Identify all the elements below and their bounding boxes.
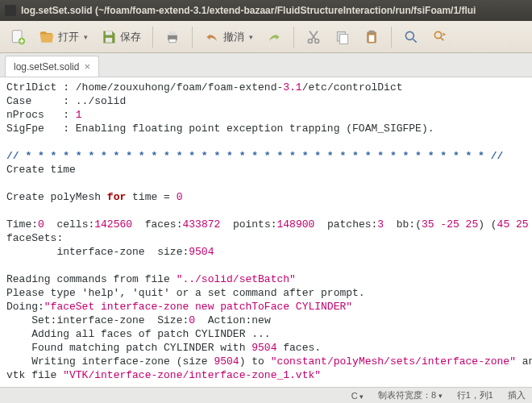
open-button[interactable]: 打开 ▾ bbox=[34, 26, 93, 48]
chevron-down-icon: ▾ bbox=[84, 33, 88, 41]
paste-button[interactable] bbox=[359, 26, 384, 48]
main-toolbar: 打开 ▾ 保存 撤消 ▾ bbox=[0, 21, 532, 53]
copy-button[interactable] bbox=[330, 26, 355, 48]
svg-rect-2 bbox=[106, 31, 112, 35]
svg-point-15 bbox=[434, 31, 441, 38]
toolbar-separator bbox=[391, 27, 392, 48]
save-label: 保存 bbox=[120, 30, 141, 44]
tabwidth-selector[interactable]: 制表符宽度：8 bbox=[378, 389, 443, 401]
paste-icon bbox=[364, 29, 380, 45]
cut-icon bbox=[305, 29, 322, 45]
undo-label: 撤消 bbox=[223, 30, 244, 44]
insert-mode[interactable]: 插入 bbox=[508, 389, 526, 401]
svg-rect-10 bbox=[340, 34, 348, 44]
file-tab[interactable]: log.setSet.solid × bbox=[5, 56, 99, 77]
undo-button[interactable]: 撤消 ▾ bbox=[199, 26, 258, 48]
new-file-icon bbox=[10, 29, 26, 45]
find-button[interactable] bbox=[398, 26, 424, 48]
window-title: log.setSet.solid (~/foam/foam-extend-3.1… bbox=[21, 5, 476, 16]
copy-icon bbox=[335, 29, 351, 45]
open-label: 打开 bbox=[58, 30, 79, 44]
svg-rect-13 bbox=[369, 35, 375, 41]
svg-rect-5 bbox=[169, 31, 176, 35]
undo-icon bbox=[204, 29, 220, 45]
tab-label: log.setSet.solid bbox=[14, 61, 79, 73]
print-button[interactable] bbox=[160, 26, 185, 48]
window-titlebar: log.setSet.solid (~/foam/foam-extend-3.1… bbox=[0, 0, 532, 21]
new-file-button[interactable] bbox=[5, 26, 31, 48]
cut-button[interactable] bbox=[301, 26, 326, 48]
language-selector[interactable]: C bbox=[351, 391, 364, 401]
toolbar-separator bbox=[152, 27, 153, 48]
toolbar-separator bbox=[192, 27, 193, 48]
redo-button[interactable] bbox=[261, 26, 287, 48]
search-icon bbox=[403, 29, 419, 45]
chevron-down-icon: ▾ bbox=[249, 33, 253, 41]
close-icon[interactable]: × bbox=[84, 60, 90, 73]
find-replace-icon bbox=[432, 29, 448, 45]
tab-bar: log.setSet.solid × bbox=[0, 53, 532, 77]
window-app-icon bbox=[5, 5, 16, 16]
folder-open-icon bbox=[39, 29, 55, 45]
toolbar-separator bbox=[293, 27, 294, 48]
replace-button[interactable] bbox=[427, 26, 453, 48]
svg-rect-3 bbox=[106, 37, 112, 42]
redo-icon bbox=[266, 29, 282, 45]
editor-area[interactable]: CtrlDict : /home/zouxuhong/foam/foam-ext… bbox=[0, 77, 532, 387]
status-bar: C 制表符宽度：8 行1，列1 插入 bbox=[0, 387, 532, 403]
svg-rect-6 bbox=[169, 39, 176, 42]
save-button[interactable]: 保存 bbox=[96, 26, 146, 48]
save-icon bbox=[101, 29, 117, 45]
cursor-position: 行1，列1 bbox=[457, 389, 493, 401]
svg-rect-12 bbox=[369, 30, 375, 32]
print-icon bbox=[164, 29, 181, 45]
svg-point-14 bbox=[405, 31, 414, 39]
